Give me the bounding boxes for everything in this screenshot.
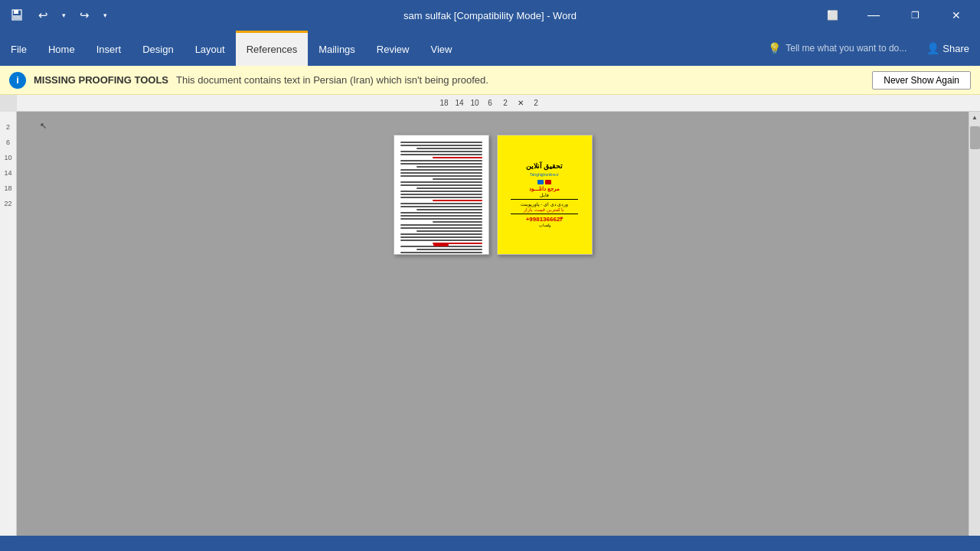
tab-layout[interactable]: Layout — [185, 31, 236, 66]
ruler-numbers: 18 14 10 6 2 ✕ 2 — [436, 99, 544, 107]
ruler-18: 18 — [436, 99, 452, 107]
main-area: 2 6 10 14 18 22 ↖ — [0, 112, 980, 551]
page2-price-label: با کمترین قیمت بازار — [524, 207, 564, 212]
page2-line2: فایل — [540, 192, 549, 197]
ruler-10: 10 — [467, 99, 482, 107]
vertical-scrollbar[interactable]: ▲ — [969, 112, 980, 551]
person-icon: 👤 — [926, 42, 939, 54]
share-label: Share — [942, 43, 969, 54]
vruler-10: 10 — [0, 150, 16, 165]
lightbulb-icon: 💡 — [768, 42, 781, 54]
horizontal-ruler: 18 14 10 6 2 ✕ 2 — [0, 95, 980, 112]
page2-price: +998136662۴ — [526, 216, 564, 223]
cursor-indicator: ↖ — [40, 121, 47, 131]
ribbon-search[interactable]: 💡 Tell me what you want to do... — [759, 31, 916, 66]
maximize-button[interactable]: ❐ — [897, 3, 933, 28]
vruler-22: 22 — [0, 196, 16, 211]
restore-window-button[interactable]: ⬜ — [815, 3, 850, 28]
undo-button[interactable]: ↩ — [32, 5, 54, 26]
close-button[interactable]: ✕ — [939, 3, 974, 28]
page2-ad-content: تحقیق آنلاین Tahghighonline.ir مرجع دانل… — [498, 135, 592, 254]
scroll-thumb[interactable] — [970, 126, 980, 149]
page-2[interactable]: تحقیق آنلاین Tahghighonline.ir مرجع دانل… — [497, 135, 593, 255]
tab-references[interactable]: References — [236, 31, 308, 66]
title-bar-title: sam sulfak [Compatibility Mode] - Word — [403, 10, 577, 21]
tab-review[interactable]: Review — [366, 31, 420, 66]
page1-content — [394, 135, 488, 255]
ruler-marker: ✕ — [513, 99, 528, 107]
notification-bar: i MISSING PROOFING TOOLS This document c… — [0, 66, 980, 95]
page2-sub: واتساپ — [539, 223, 550, 227]
document-canvas: ↖ — [17, 112, 969, 551]
page-1[interactable] — [394, 135, 489, 255]
minimize-button[interactable]: — — [856, 3, 891, 28]
tab-insert[interactable]: Insert — [86, 31, 132, 66]
info-icon: i — [9, 72, 26, 89]
page2-icons-row — [537, 180, 551, 184]
notification-title: MISSING PROOFING TOOLS — [34, 74, 168, 86]
ruler-2b: 2 — [528, 99, 544, 107]
scroll-up-arrow[interactable]: ▲ — [969, 112, 981, 123]
status-bar — [0, 536, 980, 551]
quick-access-toolbar: ↩ ▾ ↪ ▾ — [6, 5, 110, 26]
title-bar: ↩ ▾ ↪ ▾ sam sulfak [Compatibility Mode] … — [0, 0, 980, 31]
ruler-6: 6 — [482, 99, 498, 107]
tab-mailings[interactable]: Mailings — [308, 31, 366, 66]
never-show-again-button[interactable]: Never Show Again — [872, 71, 971, 90]
tab-home[interactable]: Home — [38, 31, 86, 66]
page2-url: Tahghighonline.ir — [530, 172, 559, 177]
undo-dropdown[interactable]: ▾ — [58, 5, 69, 26]
vruler-6: 6 — [0, 135, 16, 150]
page2-title: تحقیق آنلاین — [526, 162, 564, 170]
page2-line3: وردی دی ای - پاورپوینت — [521, 201, 569, 207]
window-controls: ⬜ — ❐ ✕ — [815, 3, 974, 28]
ruler-2: 2 — [498, 99, 513, 107]
notification-message: This document contains text in Persian (… — [176, 74, 488, 86]
tab-view[interactable]: View — [420, 31, 462, 66]
ruler-14: 14 — [452, 99, 467, 107]
vruler-18: 18 — [0, 181, 16, 196]
pages-row: تحقیق آنلاین Tahghighonline.ir مرجع دانل… — [394, 135, 593, 255]
page1-bottom-mark — [433, 243, 449, 246]
redo-button[interactable]: ↪ — [74, 5, 95, 26]
customize-button[interactable]: ▾ — [100, 5, 110, 26]
tab-file[interactable]: File — [0, 31, 38, 66]
svg-rect-2 — [13, 15, 21, 19]
vertical-ruler: 2 6 10 14 18 22 — [0, 112, 17, 551]
tab-design[interactable]: Design — [132, 31, 184, 66]
svg-rect-1 — [14, 10, 18, 14]
save-button[interactable] — [6, 5, 28, 26]
share-button[interactable]: 👤 Share — [916, 31, 980, 66]
search-placeholder: Tell me what you want to do... — [786, 43, 906, 54]
vruler-2: 2 — [0, 119, 16, 135]
page2-line1: مرجع دانلـــود — [529, 186, 560, 192]
vruler-14: 14 — [0, 165, 16, 181]
ribbon: File Home Insert Design Layout Reference… — [0, 31, 980, 66]
